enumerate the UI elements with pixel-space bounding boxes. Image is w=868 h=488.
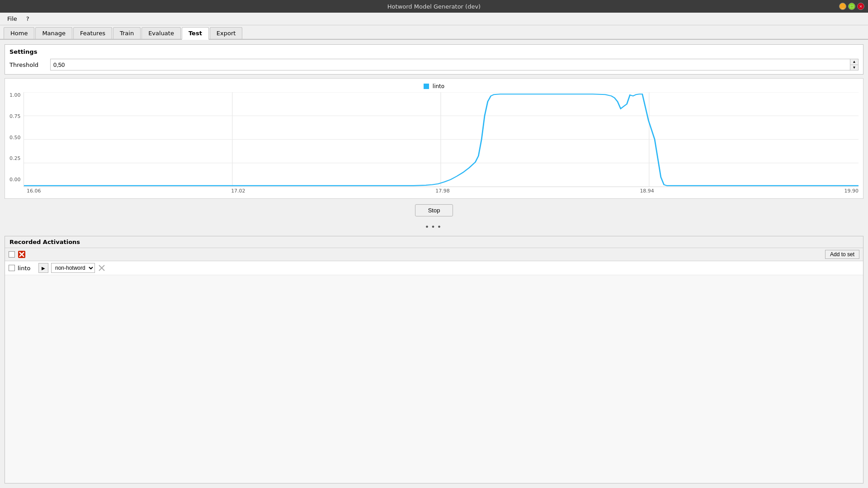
chart-svg [24,92,859,187]
window-title: Hotword Model Generator (dev) [387,3,481,10]
threshold-down-button[interactable]: ▼ [850,65,858,70]
x-label-0: 16.06 [27,188,41,194]
main-content: Settings Threshold ▲ ▼ linto 1.00 0.75 0… [0,40,868,488]
dots-row: ••• [5,223,863,231]
x-axis: 16.06 17.02 17.98 18.94 19.90 [27,187,859,194]
chart-container: linto 1.00 0.75 0.50 0.25 0.00 [5,78,863,199]
threshold-input-wrap: ▲ ▼ [50,59,859,70]
window-controls: _ □ × [839,3,864,10]
y-label-0: 0.00 [9,177,21,183]
item-delete-button[interactable] [98,264,106,272]
item-checkbox[interactable] [9,265,15,271]
threshold-input[interactable] [51,59,850,70]
menu-help[interactable]: ? [23,14,33,23]
stop-button[interactable]: Stop [415,204,453,216]
maximize-button[interactable]: □ [848,3,855,10]
delete-all-icon[interactable] [18,250,26,258]
legend-label-linto: linto [433,83,444,89]
recorded-activations-header: Recorded Activations [5,236,863,248]
threshold-up-button[interactable]: ▲ [850,59,858,65]
recorded-toolbar-left [9,250,26,258]
tab-evaluate[interactable]: Evaluate [142,27,181,39]
y-label-100: 1.00 [9,92,21,98]
stop-button-row: Stop [5,204,863,216]
x-label-1: 17.02 [231,188,245,194]
y-label-25: 0.25 [9,155,21,161]
loading-dots: ••• [425,223,443,231]
select-all-checkbox[interactable] [9,251,15,258]
tab-home[interactable]: Home [4,27,34,39]
menu-file[interactable]: File [4,14,21,23]
title-bar: Hotword Model Generator (dev) _ □ × [0,0,868,13]
threshold-spinner: ▲ ▼ [850,59,858,70]
y-axis: 1.00 0.75 0.50 0.25 0.00 [9,92,24,183]
close-button[interactable]: × [857,3,864,10]
x-label-2: 17.98 [435,188,450,194]
tabs-bar: Home Manage Features Train Evaluate Test… [0,25,868,40]
add-to-set-button[interactable]: Add to set [825,250,859,259]
menubar: File ? [0,13,868,25]
tab-manage[interactable]: Manage [35,27,72,39]
tab-features[interactable]: Features [73,27,112,39]
x-label-4: 19.90 [844,188,859,194]
tab-train[interactable]: Train [113,27,141,39]
threshold-row: Threshold ▲ ▼ [9,59,859,70]
minimize-button[interactable]: _ [839,3,846,10]
recorded-item: linto ▶ non-hotword hotword [5,261,863,275]
category-select[interactable]: non-hotword hotword [51,263,95,273]
threshold-label: Threshold [9,61,46,68]
chart-area: 1.00 0.75 0.50 0.25 0.00 [9,92,859,187]
settings-section: Settings Threshold ▲ ▼ [5,44,863,75]
recorded-section: Recorded Activations Add to set linto ▶ [5,236,863,483]
item-label: linto [18,265,36,272]
play-button[interactable]: ▶ [38,263,48,273]
play-icon: ▶ [42,266,45,271]
tab-test[interactable]: Test [182,27,209,40]
chart-plot [24,92,859,187]
recorded-toolbar: Add to set [5,248,863,261]
y-label-75: 0.75 [9,113,21,119]
chart-legend: linto [9,83,859,89]
x-label-3: 18.94 [640,188,654,194]
legend-color-linto [424,84,429,89]
settings-title: Settings [9,48,859,55]
tab-export[interactable]: Export [210,27,243,39]
y-label-50: 0.50 [9,135,21,141]
